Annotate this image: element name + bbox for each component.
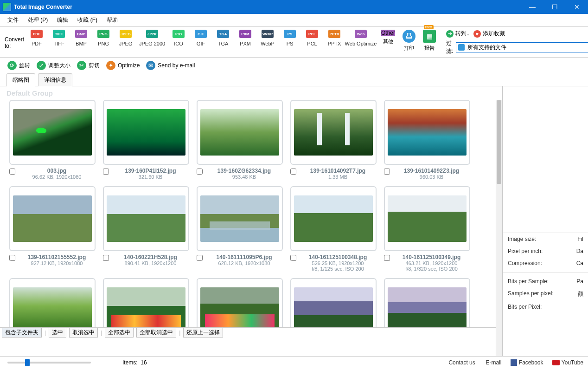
thumbnail-checkbox[interactable] bbox=[197, 169, 203, 175]
resize-button[interactable]: ⤢调整大小 bbox=[37, 61, 70, 70]
thumbnail-item[interactable]: 140-161125100349.jpg463.21 KB, 1920x1200… bbox=[384, 186, 470, 272]
thumbnail-item[interactable] bbox=[197, 278, 283, 327]
thumbnail-checkbox[interactable] bbox=[9, 255, 15, 261]
thumbnail-item[interactable] bbox=[384, 278, 470, 327]
thumbnail-filename: 140-161125100348.jpg bbox=[299, 254, 377, 260]
goto-button[interactable]: ➔转到.. bbox=[446, 30, 470, 38]
filter-label: 过滤: bbox=[446, 39, 453, 55]
crop-button[interactable]: ✂剪切 bbox=[77, 61, 100, 70]
thumbnail-frame bbox=[103, 100, 189, 165]
scrollbar-thumb[interactable] bbox=[497, 100, 501, 184]
format-pxm[interactable]: PXMPXM bbox=[236, 30, 254, 46]
menu-process[interactable]: 处理 (P) bbox=[23, 14, 52, 26]
items-label: Items: bbox=[122, 359, 138, 366]
format-ico[interactable]: ICOICO bbox=[170, 30, 187, 46]
thumbnail-image bbox=[200, 287, 279, 327]
thumbnail-checkbox[interactable] bbox=[290, 255, 296, 261]
thumbnail-checkbox[interactable] bbox=[384, 169, 390, 175]
email-link[interactable]: E-mail bbox=[486, 359, 501, 366]
close-button[interactable]: ✕ bbox=[566, 0, 588, 14]
report-button[interactable]: PRO▦ 报告 bbox=[423, 30, 436, 52]
thumbnail-item[interactable]: 140-161111095P6.jpg628.12 KB, 1920x1080 bbox=[197, 186, 283, 272]
check-all-button[interactable]: 全部选中 bbox=[105, 328, 134, 338]
uncheck-button[interactable]: 取消选中 bbox=[69, 328, 98, 338]
check-button[interactable]: 选中 bbox=[49, 328, 66, 338]
thumbnail-item[interactable]: 139-160ZG62334.jpg953.48 KB bbox=[197, 100, 283, 180]
zoom-slider[interactable] bbox=[7, 362, 91, 364]
facebook-link[interactable]: Facebook bbox=[511, 359, 543, 366]
other-button[interactable]: Other 其他 bbox=[381, 30, 395, 45]
rotate-button[interactable]: ⟳旋转 bbox=[7, 61, 30, 70]
thumbnail-checkbox[interactable] bbox=[290, 169, 296, 175]
print-button[interactable]: 🖶 打印 bbox=[403, 30, 415, 52]
thumbnail-image bbox=[200, 109, 279, 156]
contact-link[interactable]: Contact us bbox=[448, 359, 475, 366]
format-label: Web Optimize bbox=[345, 41, 377, 46]
thumbnail-image bbox=[294, 195, 373, 242]
format-tga[interactable]: TGATGA bbox=[214, 30, 232, 46]
format-ps[interactable]: PSPS bbox=[281, 30, 299, 46]
format-pptx[interactable]: PPTXPPTX bbox=[326, 30, 343, 46]
format-gif[interactable]: GIFGIF bbox=[192, 30, 210, 46]
thumbnail-item[interactable]: 139-161102155552.jpg927.12 KB, 1920x1080 bbox=[9, 186, 96, 272]
thumbnail-item[interactable]: 139-161014092Z3.jpg960.03 KB bbox=[384, 100, 470, 180]
optimize-label: Optimize bbox=[118, 62, 140, 69]
menu-file[interactable]: 文件 bbox=[3, 14, 23, 26]
format-badge-icon: PCL bbox=[306, 30, 318, 38]
minimize-button[interactable]: — bbox=[521, 0, 543, 14]
scrollbar[interactable] bbox=[496, 100, 502, 356]
format-jpeg[interactable]: JPEGJPEG bbox=[117, 30, 134, 46]
thumbnail-item[interactable]: 139-161014092T7.jpg1.33 MB bbox=[290, 100, 377, 180]
slider-knob[interactable] bbox=[25, 359, 30, 366]
optimize-button[interactable]: ✦Optimize bbox=[106, 61, 140, 70]
restore-selection-button[interactable]: 还原上一选择 bbox=[183, 328, 223, 338]
tab-thumbnails[interactable]: 缩略图 bbox=[6, 73, 35, 86]
format-label: PDF bbox=[32, 41, 42, 46]
format-badge-icon: JP2K bbox=[146, 30, 158, 38]
thumbnail-meta: 890.41 KB, 1920x1200 bbox=[112, 260, 189, 266]
format-web-optimize[interactable]: WebWeb Optimize bbox=[348, 30, 374, 46]
prop-image-size-key: Image size: bbox=[508, 236, 577, 242]
menu-edit[interactable]: 编辑 bbox=[52, 14, 73, 26]
thumbnail-item[interactable]: 140-160Z21H528.jpg890.41 KB, 1920x1200 bbox=[103, 186, 189, 272]
thumbnail-item[interactable]: 140-161125100348.jpg526.25 KB, 1920x1200… bbox=[290, 186, 377, 272]
send-email-label: Send by e-mail bbox=[158, 62, 195, 69]
heart-icon: ♥ bbox=[473, 30, 481, 38]
thumbnail-item[interactable] bbox=[103, 278, 189, 327]
thumbnail-checkbox[interactable] bbox=[103, 169, 109, 175]
youtube-link[interactable]: YouTube bbox=[552, 359, 583, 366]
thumbnail-frame bbox=[290, 278, 377, 327]
include-subfolders-toggle[interactable]: 包含子文件夹 bbox=[2, 328, 42, 338]
tab-details[interactable]: 详细信息 bbox=[38, 73, 72, 86]
crop-label: 剪切 bbox=[89, 62, 100, 70]
format-jpeg-2000[interactable]: JP2KJPEG 2000 bbox=[139, 30, 165, 46]
prop-compression-val: Ca bbox=[576, 260, 583, 266]
format-pdf[interactable]: PDFPDF bbox=[28, 30, 45, 46]
format-bmp[interactable]: BMPBMP bbox=[72, 30, 90, 46]
prop-ppi-key: Pixel per inch: bbox=[508, 248, 576, 254]
format-webp[interactable]: WebPWebP bbox=[259, 30, 276, 46]
send-email-button[interactable]: ✉Send by e-mail bbox=[146, 61, 195, 70]
thumbnail-frame bbox=[384, 278, 470, 327]
thumbnail-item[interactable]: 003.jpg96.62 KB, 1920x1080 bbox=[9, 100, 96, 180]
thumbnail-checkbox[interactable] bbox=[103, 255, 109, 261]
thumbnail-item[interactable]: 139-160P41I152.jpg321.60 KB bbox=[103, 100, 189, 180]
menu-favorites[interactable]: 收藏 (F) bbox=[73, 14, 102, 26]
format-tiff[interactable]: TIFFTIFF bbox=[50, 30, 68, 46]
thumbnail-checkbox[interactable] bbox=[197, 255, 203, 261]
thumbnail-checkbox[interactable] bbox=[384, 255, 390, 261]
format-pcl[interactable]: PCLPCL bbox=[303, 30, 321, 46]
thumbnail-item[interactable] bbox=[290, 278, 377, 327]
add-favorite-button[interactable]: ♥添加收藏 bbox=[473, 30, 505, 38]
menu-help[interactable]: 帮助 bbox=[102, 14, 122, 26]
thumbnail-item[interactable] bbox=[9, 278, 96, 327]
thumbnail-meta: 927.12 KB, 1920x1080 bbox=[18, 260, 96, 266]
uncheck-all-button[interactable]: 全部取消选中 bbox=[136, 328, 176, 338]
format-png[interactable]: PNGPNG bbox=[95, 30, 112, 46]
format-badge-icon: TIFF bbox=[53, 30, 65, 38]
status-bar: Items: 16 Contact us E-mail Facebook You… bbox=[0, 356, 588, 368]
format-badge-icon: BMP bbox=[75, 30, 87, 38]
maximize-button[interactable]: ☐ bbox=[543, 0, 566, 14]
filter-dropdown[interactable]: 所有支持的文件 ⌄ bbox=[456, 42, 588, 52]
thumbnail-checkbox[interactable] bbox=[9, 169, 15, 175]
